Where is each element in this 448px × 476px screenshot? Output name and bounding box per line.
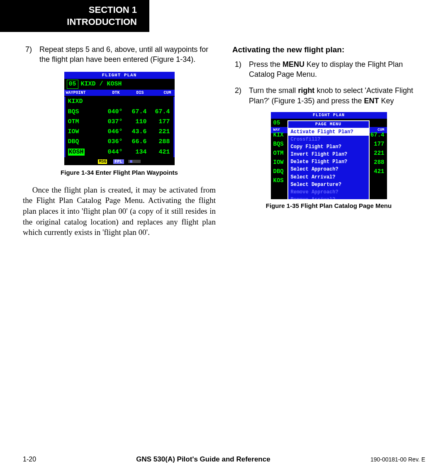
menu-item[interactable]: Select Approach? — [288, 166, 369, 173]
waypoint-row: IOW046°43.6221 — [64, 127, 175, 137]
fpl-indicator: FPL — [113, 159, 124, 164]
left-column: 7) Repeat steps 5 and 6, above, until al… — [23, 44, 216, 238]
hdr-cum: CUM — [147, 90, 173, 96]
figure-1-34-device: FLIGHT PLAN 05 KIXD / KOSH WAYPOINT DTK … — [63, 71, 175, 166]
device-title: FLIGHT PLAN — [271, 112, 387, 119]
step-number: 2) — [232, 85, 249, 106]
right-column: Activating the new flight plan: 1) Press… — [232, 44, 425, 238]
device-plan-row: 05 KIXD / KOSH — [64, 79, 175, 90]
device-col-headers: WAYPOINT DTK DIS CUM — [64, 90, 175, 96]
menu-item[interactable]: Delete Flight Plan? — [288, 158, 369, 166]
right-knob: right — [298, 86, 314, 95]
figure-1-34-caption: Figure 1-34 Enter Flight Plan Waypoints — [23, 168, 216, 177]
plan-name: KIXD / KOSH — [81, 80, 122, 88]
waypoint-row: OTM037°110177 — [64, 117, 175, 127]
figure-1-35-device: FLIGHT PLAN 05 WAY CUM KIXBQSOTMIOWDBQKO… — [271, 112, 387, 199]
menu-item[interactable]: Remove Arrival? — [288, 196, 369, 199]
device-title: FLIGHT PLAN — [64, 72, 175, 79]
doc-title: GNS 530(A) Pilot's Guide and Reference — [136, 455, 270, 464]
step-number: 1) — [232, 59, 249, 80]
hdr-dis: DIS — [124, 90, 147, 96]
step-2: 2) Turn the small right knob to select '… — [232, 85, 425, 106]
msg-indicator: MSG — [98, 159, 107, 164]
page-number: 1-20 — [23, 456, 36, 463]
figure-1-35-caption: Figure 1-35 Flight Plan Catalog Page Men… — [232, 202, 425, 210]
step-number: 7) — [23, 44, 39, 65]
device-footer: MSG FPL — [64, 158, 175, 166]
plan-number: 05 — [273, 119, 280, 127]
menu-item[interactable]: Crossfill? — [288, 136, 369, 143]
text-frag: Press the — [249, 60, 282, 68]
text-frag: Key — [379, 97, 394, 105]
ent-key: ENT — [364, 97, 379, 105]
hdr-dtk: DTK — [100, 90, 124, 96]
step-1: 1) Press the MENU Key to display the Fli… — [232, 59, 425, 80]
doc-revision: 190-00181-00 Rev. E — [370, 456, 425, 463]
page-menu-popup: PAGE MENU Activate Flight Plan?Crossfill… — [287, 120, 370, 199]
activation-paragraph: Once the flight plan is created, it may … — [23, 185, 216, 238]
menu-item[interactable]: Select Departure? — [288, 181, 369, 188]
step-7: 7) Repeat steps 5 and 6, above, until al… — [23, 44, 216, 65]
step-text: Repeat steps 5 and 6, above, until all w… — [39, 44, 216, 65]
activating-heading: Activating the new flight plan: — [232, 44, 425, 55]
waypoint-row: DBQ036°66.6288 — [64, 137, 175, 147]
text-frag: Turn the small — [249, 86, 298, 95]
menu-item[interactable]: Select Arrival? — [288, 173, 369, 181]
waypoint-row: KOSH044°134421 — [64, 147, 175, 157]
menu-item[interactable]: Remove Approach? — [288, 188, 369, 196]
back-waypoints: KIXBQSOTMIOWDBQKOS — [273, 130, 284, 185]
section-line2: INTRODUCTION — [12, 16, 137, 28]
step-text: Turn the small right knob to select 'Act… — [249, 85, 425, 106]
menu-title: PAGE MENU — [288, 121, 369, 128]
step-text: Press the MENU Key to display the Flight… — [249, 59, 425, 80]
content-columns: 7) Repeat steps 5 and 6, above, until al… — [0, 32, 448, 238]
hdr-waypoint: WAYPOINT — [66, 90, 100, 96]
menu-item[interactable]: Invert Flight Plan? — [288, 151, 369, 158]
section-line1: SECTION 1 — [12, 4, 137, 16]
page-bar-icon — [128, 160, 141, 163]
section-header: SECTION 1 INTRODUCTION — [0, 0, 149, 32]
menu-key: MENU — [282, 60, 304, 68]
menu-item[interactable]: Copy Flight Plan? — [288, 143, 369, 151]
page-footer: 1-20 GNS 530(A) Pilot's Guide and Refere… — [0, 455, 448, 464]
menu-item[interactable]: Activate Flight Plan? — [288, 128, 369, 136]
waypoint-row: BQS040°67.467.4 — [64, 107, 175, 117]
plan-number: 05 — [67, 80, 78, 89]
back-values: 67.4177221288421 — [370, 130, 385, 176]
menu-items: Activate Flight Plan?Crossfill?Copy Flig… — [288, 128, 369, 200]
waypoint-row: KIXD — [64, 97, 175, 107]
device-rows: KIXDBQS040°67.467.4OTM037°110177IOW046°4… — [64, 96, 175, 158]
